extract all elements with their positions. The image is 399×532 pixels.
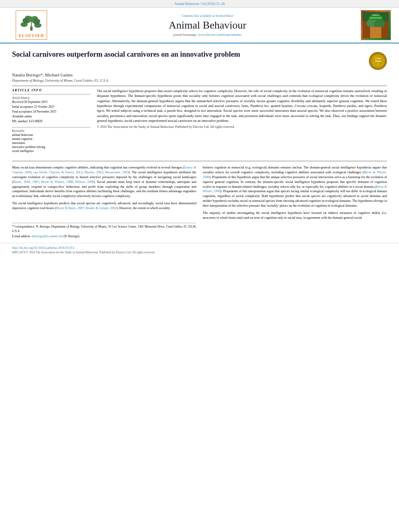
footnote-area: * Correspondence: N. Borrego, Department… xyxy=(12,223,196,239)
body-paragraph-2: The social intelligence hypothesis predi… xyxy=(12,201,196,211)
article-info-column: ARTICLE INFO Article history: Received 2… xyxy=(12,88,90,157)
keyword-list: animal behaviour animal cognition innova… xyxy=(12,133,90,153)
sciencedirect-label: Contents lists available at ScienceDirec… xyxy=(182,14,234,18)
body-paragraph-1: Many social taxa demonstrate complex cog… xyxy=(12,165,196,199)
keywords-section: Keywords: animal behaviour animal cognit… xyxy=(12,129,90,153)
ref-reader-laland-2002[interactable]: Reader & Laland, 2002 xyxy=(86,206,117,210)
journal-center: Contents lists available at ScienceDirec… xyxy=(60,14,356,37)
elsevier-wordmark: ELSEVIER xyxy=(19,33,44,38)
ref-byrne-bates-2007[interactable]: Byrne & Bates, 2007 xyxy=(56,206,84,210)
svg-text:Cross: Cross xyxy=(375,57,381,60)
received-date: Received 26 September 2015 xyxy=(12,100,90,104)
crossmark-icon: Cross Mark ✓ xyxy=(370,53,386,69)
info-divider-1 xyxy=(12,94,90,94)
keyword-3: innovation xyxy=(12,141,90,145)
elsevier-logo-box: ELSEVIER xyxy=(16,10,47,40)
svg-text:Mark: Mark xyxy=(375,60,381,62)
bottom-links: http://dx.doi.org/10.1016/j.anbehav.2016… xyxy=(0,243,399,257)
article-info-header: ARTICLE INFO xyxy=(12,88,90,92)
authors-text: Natalia Borrego*, Michael Gaines xyxy=(12,72,73,77)
article-title: Social carnivores outperform asocial car… xyxy=(12,50,240,59)
article-info-abstract-layout: ARTICLE INFO Article history: Received 2… xyxy=(12,86,387,157)
ref-wasserman-1993[interactable]: Wasserman, 1993 xyxy=(105,170,129,174)
svg-point-3 xyxy=(21,22,28,27)
article-content: Social carnivores outperform asocial car… xyxy=(0,43,399,243)
keyword-2: animal cognition xyxy=(12,137,90,141)
ref-byrne-whiten-1988c[interactable]: Byrne & Whiten, 1988 xyxy=(203,185,387,193)
svg-point-8 xyxy=(29,17,34,22)
ref-byrne-whiten-1988[interactable]: Byrne & Whiten, 1988 xyxy=(41,180,73,184)
journal-banner: Animal Behaviour 114 (2016) 21–26 xyxy=(0,0,399,8)
body-left-column: Many social taxa demonstrate complex cog… xyxy=(12,165,196,240)
elsevier-logo-area: ELSEVIER xyxy=(3,10,60,40)
ref-byrne-whiten-1988b[interactable]: Byrne & Whiten, 1988 xyxy=(203,170,387,179)
authors: Natalia Borrego*, Michael Gaines xyxy=(12,72,387,77)
final-acceptance-date: Final acceptance 24 November 2015 xyxy=(12,110,90,113)
banner-text: Animal Behaviour 114 (2016) 21–26 xyxy=(174,2,225,6)
initial-acceptance-date: Initial acceptance 23 October 2015 xyxy=(12,105,90,109)
journal-cover-image: ANIMAL BEHAVIOUR xyxy=(361,10,391,40)
affiliation: Department of Biology, University of Mia… xyxy=(12,78,387,82)
journal-homepage: journal homepage: www.elsevier.com/locat… xyxy=(60,33,356,37)
body-paragraph-3: bolsters cognition in nonsocial (e.g. ec… xyxy=(203,165,387,208)
keyword-5: social intelligence xyxy=(12,149,90,153)
history-label: Article history: xyxy=(12,96,90,100)
title-crossmark-area: Social carnivores outperform asocial car… xyxy=(12,50,387,70)
body-text-layout: Many social taxa demonstrate complex cog… xyxy=(12,165,387,240)
body-right-column: bolsters cognition in nonsocial (e.g. ec… xyxy=(203,165,387,240)
ref-vanhorik-2012[interactable]: van Horik, Clayton, & Emery, 2012 xyxy=(33,170,82,174)
cover-image-svg: ANIMAL BEHAVIOUR xyxy=(362,12,390,38)
copyright-text: © 2016 The Association for the Study of … xyxy=(97,125,387,129)
ms-number: MS. number; A15-00829 xyxy=(12,119,90,123)
svg-point-13 xyxy=(374,20,385,28)
body-text-left: Many social taxa demonstrate complex cog… xyxy=(12,165,196,211)
crossmark-badge[interactable]: Cross Mark ✓ xyxy=(369,52,387,70)
issn-text: 0003-3472/© 2016 The Association for the… xyxy=(12,251,387,254)
svg-text:BEHAVIOUR: BEHAVIOUR xyxy=(370,17,382,19)
elsevier-tree-icon xyxy=(19,12,43,32)
svg-text:✓: ✓ xyxy=(377,63,379,65)
keywords-label: Keywords: xyxy=(12,129,90,133)
footnote-2: E-mail address: nborrego@bio.miami.edu (… xyxy=(12,234,196,239)
doi-link[interactable]: http://dx.doi.org/10.1016/j.anbehav.2016… xyxy=(12,246,74,250)
ref-marino-2002[interactable]: Marino, 2002 xyxy=(84,170,103,174)
keyword-4: innovative problem solving xyxy=(12,145,90,149)
info-divider-2 xyxy=(12,127,90,127)
body-paragraph-4: The majority of studies investigating th… xyxy=(203,211,387,220)
sciencedirect-note: Contents lists available at ScienceDirec… xyxy=(60,14,356,18)
email-link[interactable]: nborrego@bio.miami.edu xyxy=(32,234,63,238)
homepage-label: journal homepage: xyxy=(173,33,197,37)
ref-whiten-2008[interactable]: Whiten, 2008 xyxy=(75,180,94,184)
body-section-divider xyxy=(12,161,387,161)
svg-rect-14 xyxy=(370,27,381,38)
svg-point-6 xyxy=(34,23,41,28)
page: Animal Behaviour 114 (2016) 21–26 xyxy=(0,0,399,532)
journal-title: Animal Behaviour xyxy=(60,19,356,31)
body-text-right: bolsters cognition in nonsocial (e.g. ec… xyxy=(203,165,387,220)
abstract-column: The social intelligence hypothesis propo… xyxy=(97,88,387,157)
svg-text:ANIMAL: ANIMAL xyxy=(372,14,379,16)
abstract-text: The social intelligence hypothesis propo… xyxy=(97,88,387,129)
keyword-1: animal behaviour xyxy=(12,133,90,137)
available-online: Available online xyxy=(12,115,90,118)
svg-rect-0 xyxy=(30,27,33,31)
journal-cover-area: ANIMAL BEHAVIOUR xyxy=(356,10,396,40)
homepage-link[interactable]: www.elsevier.com/locate/anbehav xyxy=(198,33,242,37)
article-history-section: Article history: Received 26 September 2… xyxy=(12,96,90,123)
journal-header: ELSEVIER Contents lists available at Sci… xyxy=(0,8,399,43)
footnote-1: * Correspondence: N. Borrego, Department… xyxy=(12,225,196,234)
ref-byrne-1994[interactable]: Byrne, 1994, 1997 xyxy=(13,180,39,184)
